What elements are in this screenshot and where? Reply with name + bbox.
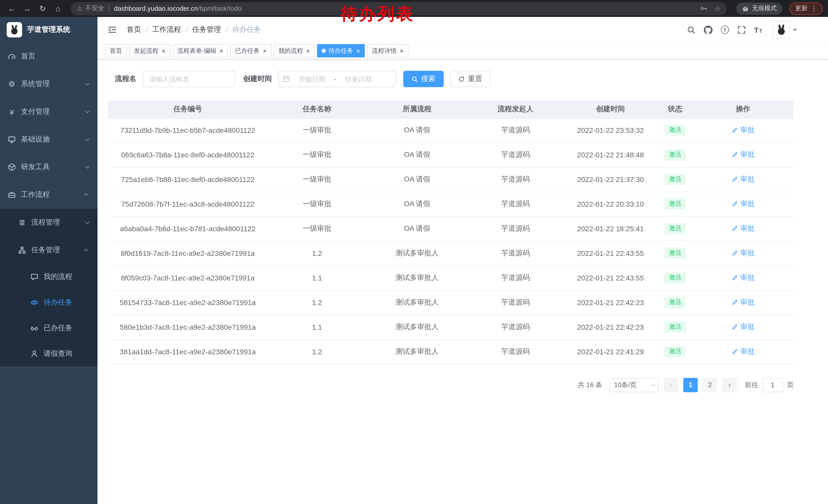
prev-page-button[interactable]: ‹	[664, 378, 678, 392]
close-icon[interactable]: ×	[219, 47, 223, 54]
user-menu[interactable]	[773, 21, 797, 39]
todo-task-table: 任务编号 任务名称 所属流程 流程发起人 创建时间 状态 操作 73211d9d…	[108, 100, 794, 364]
font-size-icon[interactable]: TT	[754, 26, 762, 34]
approve-link[interactable]: 审批	[732, 273, 755, 282]
search-button[interactable]: 搜索	[403, 71, 444, 87]
breadcrumb-workflow[interactable]: 工作流程	[152, 25, 181, 34]
sidebar-item-label: 首页	[21, 52, 35, 61]
sidebar-item-infrastructure[interactable]: 基础设施	[0, 126, 97, 153]
fullscreen-icon[interactable]	[737, 26, 746, 34]
active-tab-dot	[322, 49, 326, 53]
browser-home-button[interactable]: ⌂	[51, 2, 65, 15]
sidebar-item-done-tasks[interactable]: 已办任务	[0, 315, 97, 341]
edit-icon	[732, 275, 738, 281]
sidebar-item-label: 工作流程	[21, 190, 50, 199]
close-icon[interactable]: ×	[306, 47, 310, 54]
start-date-input[interactable]	[291, 75, 333, 83]
reset-button[interactable]: 重置	[450, 71, 490, 87]
close-icon[interactable]: ×	[356, 47, 360, 54]
search-icon[interactable]	[687, 26, 695, 34]
goto-page-input[interactable]	[762, 378, 783, 392]
approve-link[interactable]: 审批	[732, 347, 755, 356]
sidebar-item-payment[interactable]: ¥ 支付管理	[0, 98, 97, 126]
browser-update-button[interactable]: 更新 ⋮	[790, 2, 823, 15]
sidebar-item-system[interactable]: ⚙ 系统管理	[0, 70, 97, 98]
cell-task-name: 1.2	[268, 290, 366, 315]
sidebar-collapse-icon[interactable]	[105, 22, 120, 37]
approve-link[interactable]: 审批	[732, 224, 755, 233]
tab-my-process[interactable]: 我的流程 ×	[274, 44, 315, 57]
app-logo-row[interactable]: 芋道管理系统	[0, 17, 97, 43]
cell-task-id: 58154733-7ac8-11ec-a9e2-a2380e71991a	[108, 290, 268, 315]
cell-created: 2022-01-22 23:53:32	[563, 118, 658, 142]
annotation-overlay: 待办列表	[341, 5, 415, 22]
browser-forward-button[interactable]: →	[20, 2, 34, 15]
sidebar-item-todo-tasks[interactable]: 待办任务	[0, 290, 97, 315]
cell-created: 2022-01-21 22:41:29	[563, 339, 658, 364]
close-icon[interactable]: ×	[400, 47, 404, 54]
edit-icon	[732, 201, 738, 208]
approve-link[interactable]: 审批	[732, 175, 755, 184]
tab-todo-tasks[interactable]: 待办任务 ×	[317, 44, 365, 57]
avatar	[773, 21, 790, 39]
page-button-2[interactable]: 2	[703, 378, 717, 392]
sidebar-item-my-process[interactable]: 我的流程	[0, 264, 97, 290]
edit-icon	[732, 225, 738, 232]
process-name-input[interactable]	[142, 71, 235, 87]
approve-link[interactable]: 审批	[732, 199, 755, 209]
date-range-picker[interactable]: -	[278, 71, 396, 87]
sidebar-item-process-management[interactable]: ≣ 流程管理	[0, 209, 97, 236]
table-row: 8f059c03-7ac8-11ec-a9e2-a2380e71991a 1.1…	[108, 266, 794, 290]
edit-icon	[732, 349, 738, 355]
password-key-icon[interactable]	[700, 5, 708, 12]
cell-initiator: 芋道源码	[468, 241, 563, 266]
cell-task-id: 580e1b3d-7ac8-11ec-a9e2-a2380e71991a	[108, 315, 268, 339]
incognito-badge[interactable]: 无痕模式	[736, 2, 782, 15]
tab-process-form-edit[interactable]: 流程表单-编辑 ×	[173, 44, 228, 57]
approve-link[interactable]: 审批	[732, 126, 755, 135]
calendar-icon	[283, 75, 290, 83]
tab-home[interactable]: 首页	[105, 44, 127, 57]
cell-task-id: 8f059c03-7ac8-11ec-a9e2-a2380e71991a	[108, 266, 268, 290]
page-button-1[interactable]: 1	[683, 378, 698, 392]
cell-initiator: 芋道源码	[468, 167, 563, 192]
edit-icon	[732, 127, 738, 134]
sidebar-item-leave-query[interactable]: 请假查询	[0, 341, 97, 367]
list-icon: ≣	[17, 218, 27, 227]
cell-task-name: 一级审批	[268, 216, 366, 241]
sidebar-item-task-management[interactable]: 任务管理	[0, 236, 97, 264]
approve-link[interactable]: 审批	[732, 150, 755, 159]
tab-done-tasks[interactable]: 已办任务 ×	[230, 44, 271, 57]
breadcrumb-home[interactable]: 首页	[127, 25, 141, 34]
breadcrumb-separator: /	[146, 26, 148, 34]
approve-link[interactable]: 审批	[732, 322, 755, 332]
bookmark-star-icon[interactable]: ☆	[714, 4, 721, 12]
sidebar-item-workflow[interactable]: 工作流程	[0, 181, 97, 209]
browser-back-button[interactable]: ←	[5, 2, 18, 15]
browser-reload-button[interactable]: ↻	[36, 2, 49, 15]
sidebar-item-home[interactable]: 首页	[0, 43, 97, 70]
sidebar-item-devtools[interactable]: 研发工具	[0, 153, 97, 181]
help-icon[interactable]: ?	[720, 26, 729, 34]
sidebar-item-label: 任务管理	[31, 245, 60, 255]
breadcrumb-task-management[interactable]: 任务管理	[192, 25, 221, 34]
approve-link[interactable]: 审批	[732, 249, 755, 258]
close-icon[interactable]: ×	[162, 47, 165, 54]
cell-initiator: 芋道源码	[468, 216, 563, 241]
cell-task-name: 一级审批	[268, 142, 366, 167]
end-date-input[interactable]	[337, 75, 379, 83]
tab-start-process[interactable]: 发起流程 ×	[129, 44, 170, 57]
refresh-icon	[458, 76, 465, 82]
cell-process: OA 请假	[366, 118, 468, 142]
next-page-button[interactable]: ›	[722, 378, 737, 392]
approve-link[interactable]: 审批	[732, 298, 755, 307]
cell-task-name: 1.2	[268, 241, 366, 266]
close-icon[interactable]: ×	[263, 47, 266, 54]
chevron-down-icon	[85, 81, 89, 86]
page-size-select[interactable]: 10条/页	[610, 378, 659, 392]
tab-process-detail[interactable]: 流程详情 ×	[367, 44, 408, 57]
sidebar-item-label: 研发工具	[21, 163, 50, 172]
table-row: 069c6a63-7b8a-11ec-8ef0-acde48001122 一级审…	[108, 142, 794, 167]
cell-created: 2022-01-22 20:33:10	[563, 192, 658, 216]
github-icon[interactable]	[704, 26, 712, 34]
